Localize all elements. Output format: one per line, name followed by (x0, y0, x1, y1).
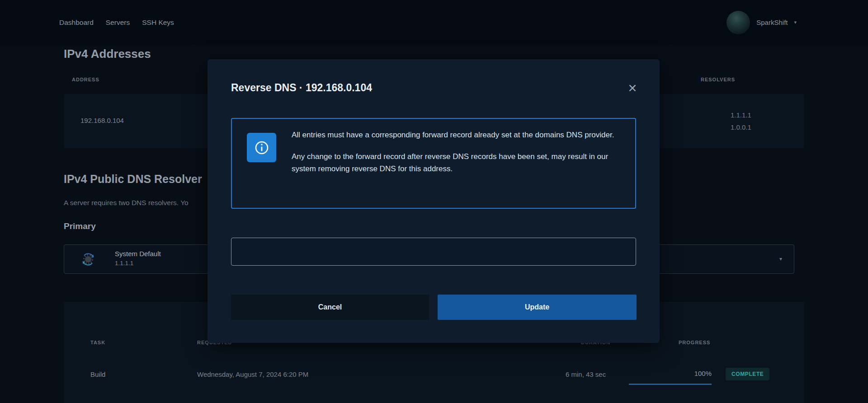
task-status-badge: COMPLETE (726, 368, 769, 380)
avatar (726, 11, 750, 34)
user-menu[interactable]: SparkShift ▾ (726, 0, 797, 45)
update-button[interactable]: Update (438, 295, 637, 320)
reverse-dns-modal: Reverse DNS · 192.168.0.104 ✕ All entrie… (208, 59, 660, 343)
resolver-values: 1.1.1.1 1.0.0.1 (731, 109, 751, 133)
reverse-dns-input[interactable] (231, 238, 636, 266)
task-progress-percent: 100% (629, 370, 712, 377)
nav-link-servers[interactable]: Servers (106, 19, 130, 27)
cancel-button[interactable]: Cancel (231, 295, 429, 320)
resolvers-column-header: RESOLVERS (701, 77, 735, 82)
chevron-down-icon: ▾ (794, 19, 797, 25)
alert-text: All entries must have a corresponding fo… (292, 129, 623, 175)
task-name-cell: Build (90, 370, 105, 378)
nav-link-ssh-keys[interactable]: SSH Keys (142, 19, 174, 27)
task-progress-bar (629, 384, 712, 385)
info-icon (247, 133, 276, 162)
info-alert: All entries must have a corresponding fo… (231, 118, 636, 209)
task-requested-cell: Wednesday, August 7, 2024 6:20 PM (197, 370, 308, 378)
ipv4-addresses-title: IPv4 Addresses (64, 47, 151, 61)
task-column-header: TASK (90, 340, 105, 345)
resolver-value-primary: 1.1.1.1 (731, 109, 751, 121)
dns-resolver-section-title: IPv4 Public DNS Resolver (64, 173, 202, 186)
alert-paragraph-1: All entries must have a corresponding fo… (292, 129, 623, 141)
chevron-down-icon: ▾ (779, 256, 782, 262)
address-column-header: ADDRESS (72, 77, 99, 82)
close-icon[interactable]: ✕ (623, 79, 642, 97)
ip-address-value: 192.168.0.104 (80, 117, 124, 124)
modal-title: Reverse DNS · 192.168.0.104 (231, 82, 372, 94)
task-duration-cell: 6 min, 43 sec (566, 370, 606, 378)
selected-resolver-ip: 1.1.1.1 (115, 260, 133, 267)
nav-links: Dashboard Servers SSH Keys (59, 0, 174, 45)
progress-column-header: PROGRESS (679, 340, 710, 345)
system-default-icon (80, 252, 96, 267)
resolver-value-secondary: 1.0.0.1 (731, 121, 751, 133)
top-nav: Dashboard Servers SSH Keys SparkShift ▾ (0, 0, 868, 45)
primary-resolver-label: Primary (64, 221, 96, 231)
user-name: SparkShift (756, 19, 788, 26)
nav-link-dashboard[interactable]: Dashboard (59, 19, 94, 27)
alert-paragraph-2: Any change to the forward record after r… (292, 150, 623, 175)
dns-resolver-section-description: A server requires two DNS resolvers. Yo (64, 199, 189, 207)
selected-resolver-label: System Default (115, 250, 161, 258)
